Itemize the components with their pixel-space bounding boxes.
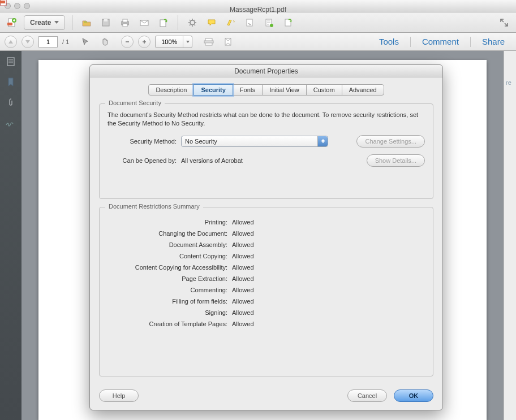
- opened-by-label: Can be Opened by:: [108, 157, 181, 164]
- restriction-label: Commenting:: [108, 287, 232, 293]
- help-button[interactable]: Help: [99, 389, 139, 402]
- tab-advanced[interactable]: Advanced: [342, 84, 384, 96]
- restriction-label: Printing:: [108, 219, 232, 226]
- select-stepper-icon: [317, 136, 328, 146]
- security-explain-text: The document's Security Method restricts…: [108, 111, 425, 128]
- restriction-label: Changing the Document:: [108, 230, 232, 237]
- security-method-value: No Security: [185, 138, 217, 145]
- restriction-value: Allowed: [232, 219, 254, 226]
- restriction-value: Allowed: [232, 321, 254, 327]
- restriction-row: Document Assembly:Allowed: [108, 241, 425, 248]
- restriction-value: Allowed: [232, 241, 254, 248]
- restriction-row: Commenting:Allowed: [108, 287, 425, 293]
- restriction-label: Content Copying for Accessibility:: [108, 264, 232, 271]
- restriction-value: Allowed: [232, 230, 254, 237]
- restriction-value: Allowed: [232, 253, 254, 259]
- restriction-row: Signing:Allowed: [108, 309, 425, 316]
- security-method-select[interactable]: No Security: [181, 136, 328, 147]
- restriction-row: Changing the Document:Allowed: [108, 230, 425, 237]
- dialog-title: Document Properties: [90, 65, 442, 77]
- restriction-value: Allowed: [232, 298, 254, 305]
- dialog-mask: Document Properties DescriptionSecurityF…: [0, 0, 516, 420]
- restriction-label: Page Extraction:: [108, 275, 232, 282]
- ok-button[interactable]: OK: [394, 389, 433, 402]
- cancel-button[interactable]: Cancel: [347, 389, 387, 402]
- restriction-value: Allowed: [232, 309, 254, 316]
- restriction-label: Signing:: [108, 309, 232, 316]
- tab-fonts[interactable]: Fonts: [233, 84, 263, 96]
- restriction-label: Content Copying:: [108, 253, 232, 259]
- restriction-row: Printing:Allowed: [108, 219, 425, 226]
- opened-by-value: All versions of Acrobat: [181, 157, 243, 164]
- restriction-row: Content Copying for Accessibility:Allowe…: [108, 264, 425, 271]
- document-properties-dialog: Document Properties DescriptionSecurityF…: [89, 64, 443, 410]
- group-legend: Document Restrictions Summary: [105, 203, 203, 210]
- restriction-row: Content Copying:Allowed: [108, 253, 425, 259]
- restriction-label: Filling of form fields:: [108, 298, 232, 305]
- restriction-row: Filling of form fields:Allowed: [108, 298, 425, 305]
- tab-description[interactable]: Description: [148, 84, 194, 96]
- restriction-row: Creation of Template Pages:Allowed: [108, 321, 425, 327]
- group-legend: Document Security: [105, 99, 165, 106]
- change-settings-button[interactable]: Change Settings...: [356, 135, 425, 148]
- app-window: MassageRcpt1.pdf Create / 1: [0, 0, 516, 420]
- tab-initial-view[interactable]: Initial View: [262, 84, 306, 96]
- restriction-label: Document Assembly:: [108, 241, 232, 248]
- tab-security[interactable]: Security: [194, 84, 233, 96]
- show-details-button[interactable]: Show Details...: [367, 154, 425, 167]
- restriction-label: Creation of Template Pages:: [108, 321, 232, 327]
- document-security-group: Document Security The document's Securit…: [99, 103, 433, 199]
- restriction-value: Allowed: [232, 264, 254, 271]
- dialog-footer: Help Cancel OK: [99, 389, 433, 402]
- restriction-value: Allowed: [232, 287, 254, 293]
- restriction-value: Allowed: [232, 275, 254, 282]
- tab-custom[interactable]: Custom: [306, 84, 342, 96]
- security-method-label: Security Method:: [108, 138, 181, 145]
- restrictions-group: Document Restrictions Summary Printing:A…: [99, 207, 433, 376]
- dialog-tabs: DescriptionSecurityFontsInitial ViewCust…: [90, 84, 442, 96]
- restriction-row: Page Extraction:Allowed: [108, 275, 425, 282]
